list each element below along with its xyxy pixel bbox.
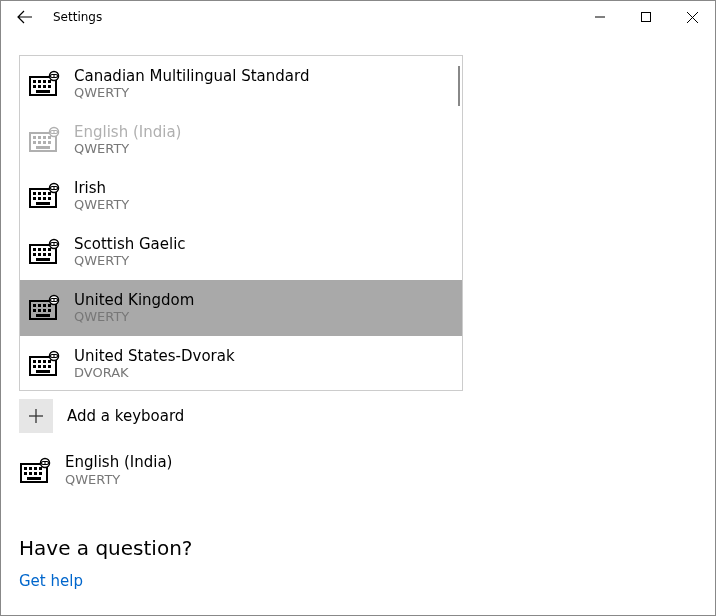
keyboard-option[interactable]: English (India)QWERTY	[20, 112, 462, 168]
installed-keyboard-item[interactable]: English (India) QWERTY	[19, 453, 697, 488]
keyboard-option-text: United States-DvorakDVORAK	[74, 347, 235, 382]
keyboard-layout: QWERTY	[74, 309, 194, 325]
keyboard-option[interactable]: Canadian Multilingual StandardQWERTY	[20, 56, 462, 112]
keyboard-option[interactable]: IrishQWERTY	[20, 168, 462, 224]
keyboard-icon	[28, 124, 60, 156]
minimize-button[interactable]	[577, 1, 623, 33]
minimize-icon	[595, 12, 605, 22]
keyboard-layout: QWERTY	[74, 141, 181, 157]
plus-icon	[28, 408, 44, 424]
keyboard-name: English (India)	[74, 123, 181, 142]
scrollbar-thumb[interactable]	[458, 66, 460, 106]
keyboard-icon	[28, 348, 60, 380]
keyboard-icon	[19, 455, 51, 487]
close-icon	[687, 12, 698, 23]
window-title: Settings	[53, 10, 102, 24]
keyboard-icon	[28, 68, 60, 100]
keyboard-name: Scottish Gaelic	[74, 235, 186, 254]
keyboard-layout: QWERTY	[74, 85, 309, 101]
get-help-link[interactable]: Get help	[19, 572, 83, 590]
back-arrow-icon	[17, 9, 33, 25]
keyboard-name: United Kingdom	[74, 291, 194, 310]
maximize-button[interactable]	[623, 1, 669, 33]
installed-keyboard-name: English (India)	[65, 453, 172, 472]
keyboard-name: United States-Dvorak	[74, 347, 235, 366]
keyboard-option-text: Canadian Multilingual StandardQWERTY	[74, 67, 309, 102]
settings-window: Settings Canadian Multilingual StandardQ…	[0, 0, 716, 616]
keyboard-name: Canadian Multilingual Standard	[74, 67, 309, 86]
installed-keyboard-text: English (India) QWERTY	[65, 453, 172, 488]
keyboard-option-text: United KingdomQWERTY	[74, 291, 194, 326]
keyboard-option[interactable]: United KingdomQWERTY	[20, 280, 462, 336]
keyboard-layout: QWERTY	[74, 197, 129, 213]
keyboard-icon	[28, 292, 60, 324]
keyboard-option-text: IrishQWERTY	[74, 179, 129, 214]
add-keyboard-button[interactable]: Add a keyboard	[19, 399, 697, 433]
keyboard-option[interactable]: Scottish GaelicQWERTY	[20, 224, 462, 280]
window-controls	[577, 1, 715, 33]
titlebar: Settings	[1, 1, 715, 33]
add-keyboard-label: Add a keyboard	[67, 407, 184, 425]
svg-rect-14	[642, 13, 651, 22]
keyboard-dropdown: Canadian Multilingual StandardQWERTYEngl…	[19, 55, 463, 391]
keyboard-dropdown-list[interactable]: Canadian Multilingual StandardQWERTYEngl…	[20, 56, 462, 390]
back-button[interactable]	[1, 1, 49, 33]
keyboard-icon	[28, 180, 60, 212]
content-area: Canadian Multilingual StandardQWERTYEngl…	[1, 55, 715, 608]
close-button[interactable]	[669, 1, 715, 33]
keyboard-option-text: Scottish GaelicQWERTY	[74, 235, 186, 270]
keyboard-layout: DVORAK	[74, 365, 235, 381]
plus-box	[19, 399, 53, 433]
question-heading: Have a question?	[19, 536, 697, 560]
keyboard-layout: QWERTY	[74, 253, 186, 269]
keyboard-icon	[28, 236, 60, 268]
keyboard-option-text: English (India)QWERTY	[74, 123, 181, 158]
keyboard-option[interactable]: United States-DvorakDVORAK	[20, 336, 462, 390]
maximize-icon	[641, 12, 651, 22]
installed-keyboard-layout: QWERTY	[65, 472, 172, 488]
keyboard-name: Irish	[74, 179, 129, 198]
